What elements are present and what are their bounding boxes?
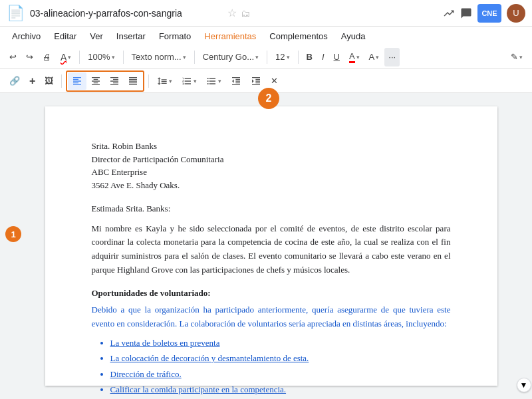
pen-button[interactable]: ✎▾ — [507, 48, 527, 66]
line-spacing-button[interactable]: ▾ — [153, 72, 176, 90]
analytics-icon[interactable] — [443, 7, 455, 19]
align-justify-button[interactable] — [124, 72, 142, 90]
menu-insertar[interactable]: Insertar — [111, 30, 151, 43]
menu-editar[interactable]: Editar — [49, 30, 82, 43]
align-center-button[interactable] — [86, 72, 105, 90]
separator — [194, 51, 195, 64]
list-item: La colocación de decoración y desmantela… — [110, 352, 451, 365]
separator — [61, 74, 62, 88]
indent-decrease-button[interactable] — [227, 72, 245, 90]
list-item: La venta de boletos en preventa — [110, 336, 451, 350]
print-button[interactable]: 🖨 — [39, 48, 55, 66]
menu-ayuda[interactable]: Ayuda — [336, 30, 371, 43]
document-area: 1 Srita. Robin Banks Director de Partici… — [0, 93, 532, 399]
align-right-button[interactable] — [105, 72, 124, 90]
alignment-group — [66, 70, 144, 92]
more-button[interactable]: ··· — [384, 48, 400, 66]
style-select[interactable]: Texto norm...▾ — [128, 48, 190, 66]
address-line-4: 3562 Ave E. Shady Oaks. — [92, 179, 451, 192]
text-color-button[interactable]: A▾ — [345, 48, 364, 66]
section-body: Debido a que la organización ha particip… — [92, 303, 451, 331]
menu-complementos[interactable]: Complementos — [264, 30, 332, 43]
bullet-list: La venta de boletos en preventa La coloc… — [92, 336, 451, 396]
step-badge-2: 2 — [258, 88, 279, 109]
step-badge-1: 1 — [5, 226, 21, 242]
document-title: 03-alineacion-y-parrafos-con-sangria — [30, 8, 223, 19]
address-line-3: ABC Enterprise — [92, 166, 451, 179]
list-bullet-button[interactable]: ▾ — [202, 72, 225, 90]
list-numbered-button[interactable]: ▾ — [178, 72, 201, 90]
menu-formato[interactable]: Formato — [154, 30, 196, 43]
avatar[interactable]: U — [507, 4, 525, 23]
bold-button[interactable]: B — [303, 48, 317, 66]
section-title: Oportunidades de voluntariado: — [92, 287, 451, 300]
folder-icon[interactable]: 🗂 — [241, 8, 250, 19]
address-line-1: Srita. Robin Banks — [92, 140, 451, 153]
list-item: Calificar la comida participante en la c… — [110, 383, 451, 396]
menu-archivo[interactable]: Archivo — [7, 30, 46, 43]
title-bar: 📄 03-alineacion-y-parrafos-con-sangria ☆… — [0, 0, 532, 27]
chat-icon[interactable] — [460, 7, 472, 19]
menu-ver[interactable]: Ver — [84, 30, 108, 43]
menu-herramientas[interactable]: Herramientas — [199, 30, 261, 43]
underline-button[interactable]: U — [330, 48, 344, 66]
link-button[interactable]: 🔗 — [5, 72, 24, 90]
undo-button[interactable]: ↩ — [5, 48, 21, 66]
separator — [148, 74, 149, 88]
left-margin: 1 — [0, 93, 27, 399]
image-button[interactable]: 🖼 — [41, 72, 57, 90]
separator — [123, 51, 124, 64]
indent-increase-button[interactable] — [247, 72, 265, 90]
add-button[interactable]: + — [25, 72, 39, 90]
separator — [298, 51, 299, 64]
star-icon[interactable]: ☆ — [227, 7, 237, 19]
redo-button[interactable]: ↪ — [22, 48, 37, 66]
share-button[interactable]: CNE — [477, 4, 501, 23]
separator — [79, 51, 80, 64]
right-margin: ▼ — [515, 93, 532, 399]
menu-bar: Archivo Editar Ver Insertar Formato Herr… — [0, 27, 532, 45]
scroll-to-bottom-button[interactable]: ▼ — [517, 378, 531, 392]
list-item: Dirección de tráfico. — [110, 368, 451, 381]
align-left-button[interactable] — [68, 72, 86, 90]
address-block: Srita. Robin Banks Director de Participa… — [92, 140, 451, 192]
body-paragraph: Mi nombre es Kayla y he sido seleccionad… — [92, 222, 451, 277]
separator — [267, 51, 267, 64]
docs-icon: 📄 — [7, 5, 25, 22]
font-select[interactable]: Century Go...▾ — [199, 48, 263, 66]
toolbar2: 🔗 + 🖼 ▾ ▾ ▾ ✕ 2 — [0, 69, 532, 93]
highlight-button[interactable]: A▾ — [365, 48, 384, 66]
toolbar1: ↩ ↪ 🖨 A▾ 100%▾ Texto norm...▾ Century Go… — [0, 45, 532, 69]
address-line-2: Director de Participación Comunitaria — [92, 153, 451, 166]
document-scroll[interactable]: Srita. Robin Banks Director de Participa… — [27, 93, 515, 399]
document-page: Srita. Robin Banks Director de Participa… — [45, 106, 497, 386]
zoom-select[interactable]: 100%▾ — [84, 48, 118, 66]
size-select[interactable]: 12▾ — [271, 48, 293, 66]
salutation: Estimada Srita. Banks: — [92, 202, 451, 215]
spellcheck-button[interactable]: A▾ — [57, 48, 75, 66]
italic-button[interactable]: I — [318, 48, 329, 66]
